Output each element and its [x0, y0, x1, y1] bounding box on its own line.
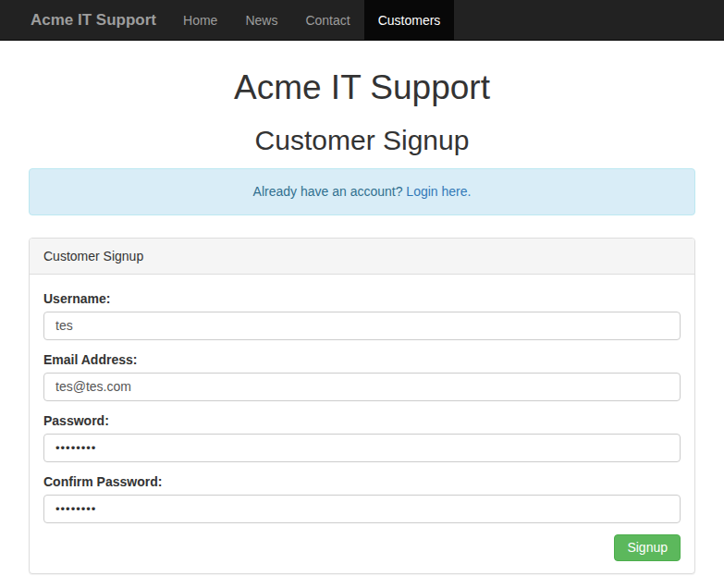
email-group: Email Address: [43, 351, 681, 401]
form-actions: Signup [43, 534, 681, 561]
top-navbar: Acme IT Support Home News Contact Custom… [0, 0, 724, 41]
confirm-password-label: Confirm Password: [43, 473, 681, 491]
password-label: Password: [43, 412, 681, 430]
username-group: Username: [43, 290, 681, 340]
password-input[interactable] [43, 434, 681, 462]
login-alert: Already have an account? Login here. [29, 168, 695, 215]
nav-item-contact: Contact [291, 0, 363, 40]
login-link[interactable]: Login here. [406, 184, 471, 199]
nav-item-customers: Customers [364, 0, 455, 40]
signup-button[interactable]: Signup [614, 534, 681, 561]
login-alert-text: Already have an account? [253, 184, 407, 199]
main-container: Acme IT Support Customer Signup Already … [29, 69, 695, 574]
page-subtitle: Customer Signup [29, 125, 695, 155]
nav-link-customers[interactable]: Customers [364, 0, 455, 40]
navbar-brand[interactable]: Acme IT Support [0, 0, 169, 40]
confirm-password-group: Confirm Password: [43, 473, 681, 523]
signup-panel-body: Username: Email Address: Password: Confi… [30, 275, 694, 573]
nav-link-contact[interactable]: Contact [291, 0, 363, 40]
nav-item-news: News [231, 0, 291, 40]
confirm-password-input[interactable] [43, 495, 681, 523]
nav-link-home[interactable]: Home [169, 0, 231, 40]
page-title: Acme IT Support [29, 69, 695, 107]
signup-form: Username: Email Address: Password: Confi… [43, 290, 681, 561]
email-input[interactable] [43, 373, 681, 401]
navbar-menu: Home News Contact Customers [169, 0, 454, 40]
signup-panel: Customer Signup Username: Email Address:… [29, 238, 695, 574]
signup-panel-heading: Customer Signup [30, 239, 694, 275]
nav-link-news[interactable]: News [231, 0, 291, 40]
nav-item-home: Home [169, 0, 231, 40]
username-input[interactable] [43, 312, 681, 340]
email-label: Email Address: [43, 351, 681, 369]
username-label: Username: [43, 290, 681, 308]
password-group: Password: [43, 412, 681, 462]
